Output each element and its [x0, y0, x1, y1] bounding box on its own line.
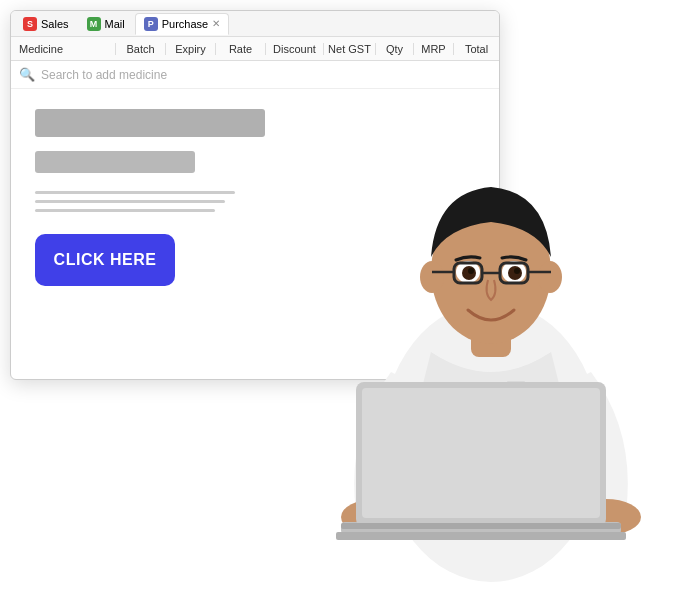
col-header-mrp: MRP — [414, 43, 454, 55]
svg-point-3 — [420, 261, 444, 293]
search-placeholder: Search to add medicine — [41, 68, 167, 82]
col-header-medicine: Medicine — [11, 43, 116, 55]
sales-tab-label: Sales — [41, 18, 69, 30]
person-svg — [276, 72, 666, 592]
svg-point-4 — [538, 261, 562, 293]
tab-purchase[interactable]: P Purchase ✕ — [135, 13, 229, 35]
click-here-button[interactable]: CLICK HERE — [35, 234, 175, 286]
tab-bar: S Sales M Mail P Purchase ✕ — [11, 11, 499, 37]
sales-tab-icon: S — [23, 17, 37, 31]
svg-rect-22 — [362, 388, 600, 518]
purchase-tab-label: Purchase — [162, 18, 208, 30]
col-header-discount: Discount — [266, 43, 324, 55]
person-with-laptop — [276, 72, 666, 592]
purchase-tab-icon: P — [144, 17, 158, 31]
col-header-rate: Rate — [216, 43, 266, 55]
placeholder-line-1 — [35, 191, 235, 194]
placeholder-bar-2 — [35, 151, 195, 173]
column-headers: Medicine Batch Expiry Rate Discount Net … — [11, 37, 499, 61]
col-header-qty: Qty — [376, 43, 414, 55]
col-header-net-gst: Net GST — [324, 43, 376, 55]
purchase-tab-close[interactable]: ✕ — [212, 18, 220, 29]
svg-point-9 — [468, 268, 474, 274]
mail-tab-label: Mail — [105, 18, 125, 30]
tab-sales[interactable]: S Sales — [15, 13, 77, 35]
placeholder-line-3 — [35, 209, 215, 212]
svg-rect-20 — [336, 532, 626, 540]
col-header-batch: Batch — [116, 43, 166, 55]
tab-mail[interactable]: M Mail — [79, 13, 133, 35]
svg-point-10 — [514, 268, 520, 274]
svg-rect-23 — [341, 523, 621, 529]
col-header-expiry: Expiry — [166, 43, 216, 55]
search-icon: 🔍 — [19, 67, 35, 82]
placeholder-bar-1 — [35, 109, 265, 137]
col-header-total: Total — [454, 43, 499, 55]
placeholder-line-2 — [35, 200, 225, 203]
mail-tab-icon: M — [87, 17, 101, 31]
